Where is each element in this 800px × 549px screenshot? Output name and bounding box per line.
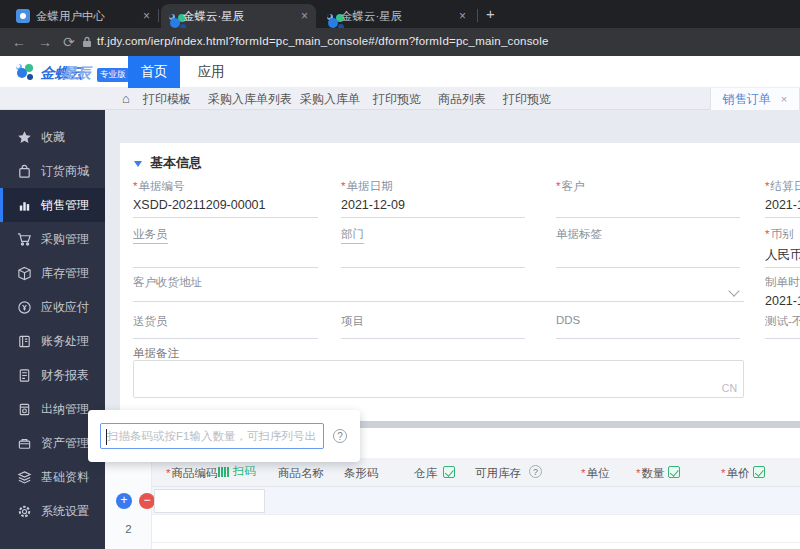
- address-bar[interactable]: tf.jdy.com/ierp/index.html?formId=pc_mai…: [97, 35, 549, 47]
- doc-tab-product-list[interactable]: 商品列表: [438, 91, 486, 108]
- scan-code-button[interactable]: 扫码: [218, 464, 256, 479]
- sidebar-item-receivable-payable[interactable]: 应收应付: [0, 290, 105, 324]
- field-underline: [341, 217, 525, 218]
- chevron-down-icon[interactable]: [728, 285, 739, 296]
- back-icon[interactable]: ←: [12, 33, 26, 51]
- deliveryman-input[interactable]: [133, 338, 318, 339]
- doc-tab-print-preview-1[interactable]: 打印预览: [373, 91, 421, 108]
- collapse-caret-icon[interactable]: [134, 161, 142, 167]
- barcode-icon: [218, 467, 230, 477]
- customer-input[interactable]: [556, 217, 740, 218]
- browser-tab-title: 金蝶云·星辰: [341, 9, 453, 24]
- help-icon[interactable]: ?: [333, 429, 347, 443]
- sidebar-item-base-data[interactable]: 基础资料: [0, 460, 105, 494]
- required-marker: *: [765, 180, 769, 192]
- col-warehouse: 仓库: [414, 466, 437, 481]
- new-tab-button[interactable]: +: [486, 5, 495, 22]
- report-icon: [17, 368, 32, 383]
- doc-tab-purchase-in[interactable]: 采购入库单: [300, 91, 360, 108]
- field-label-bill-tag: 单据标签: [556, 227, 602, 242]
- grid-header: *商品编码 扫码 商品名称 条形码 仓库 可用库存 ? *单位 *数量 *单价: [105, 458, 800, 487]
- sidebar-item-accounting[interactable]: 账务处理: [0, 324, 105, 358]
- sidebar-item-purchase[interactable]: 采购管理: [0, 222, 105, 256]
- tab-apps[interactable]: 应用: [190, 56, 232, 88]
- required-marker: *: [133, 180, 137, 192]
- field-underline: [765, 338, 800, 339]
- unit-price-checkbox-icon[interactable]: [753, 466, 765, 478]
- browser-tabstrip: 金蝶用户中心 × 金蝶云·星辰 × 金蝶云·星辰 × +: [0, 0, 800, 28]
- home-icon[interactable]: ⌂: [122, 91, 130, 106]
- close-icon[interactable]: ×: [143, 9, 150, 23]
- bill-tag-input[interactable]: [556, 267, 740, 268]
- required-marker: *: [341, 180, 345, 192]
- add-row-button[interactable]: +: [116, 493, 132, 509]
- field-label-deliveryman: 送货员: [133, 314, 168, 329]
- field-label-remark: 单据备注: [133, 346, 179, 361]
- tab-home[interactable]: 首页: [128, 56, 180, 88]
- required-marker: *: [721, 467, 725, 479]
- help-icon[interactable]: ?: [529, 465, 542, 478]
- browser-tab-3[interactable]: 金蝶云·星辰 ×: [319, 4, 474, 28]
- sidebar-item-label: 收藏: [41, 129, 65, 146]
- salesman-input[interactable]: [133, 267, 318, 268]
- sidebar-item-inventory[interactable]: 库存管理: [0, 256, 105, 290]
- close-icon[interactable]: ×: [459, 9, 466, 23]
- product-code-cell-input[interactable]: [154, 489, 265, 513]
- field-value-bill-no[interactable]: XSDD-20211209-00001: [133, 198, 266, 212]
- scan-button-label: 扫码: [233, 464, 256, 479]
- cart-icon: [17, 232, 32, 247]
- warehouse-checkbox-icon[interactable]: [443, 466, 455, 478]
- dds-input[interactable]: [556, 338, 740, 339]
- kingdee-logo-icon: [16, 64, 20, 68]
- logo-text-2: 星辰: [62, 64, 91, 83]
- field-underline: [133, 217, 318, 218]
- delete-row-button[interactable]: −: [139, 493, 155, 509]
- field-value-currency[interactable]: 人民币: [765, 247, 800, 264]
- forward-icon[interactable]: →: [38, 33, 52, 51]
- browser-tab-title: 金蝶用户中心: [36, 9, 137, 24]
- col-product-code: *商品编码: [166, 466, 217, 481]
- sidebar-item-order-mall[interactable]: 订货商城: [0, 154, 105, 188]
- address-input[interactable]: [133, 301, 744, 302]
- col-product-name: 商品名称: [278, 466, 324, 481]
- browser-tab-2[interactable]: 金蝶云·星辰 ×: [161, 4, 316, 28]
- sidebar-item-sales-active[interactable]: 销售管理: [0, 188, 105, 222]
- doc-tab-sales-order-active[interactable]: 销售订单 ×: [710, 88, 800, 110]
- field-label-currency: *币别: [765, 227, 793, 242]
- project-input[interactable]: [341, 338, 525, 339]
- grid-row-2[interactable]: [152, 515, 800, 543]
- field-value-bill-date[interactable]: 2021-12-09: [341, 198, 405, 212]
- barcode-scan-input[interactable]: [107, 424, 317, 448]
- reload-icon[interactable]: ⟳: [63, 33, 75, 51]
- sidebar-item-financial-reports[interactable]: 财务报表: [0, 358, 105, 392]
- sidebar-item-label: 基础资料: [41, 469, 89, 486]
- layers-icon: [17, 470, 32, 485]
- field-value-create-time: 2021-1: [765, 294, 800, 308]
- sidebar-item-label: 系统设置: [41, 503, 89, 520]
- field-value-settle-date[interactable]: 2021-1: [765, 198, 800, 212]
- required-marker: *: [556, 180, 560, 192]
- department-input[interactable]: [341, 267, 525, 268]
- close-icon[interactable]: ×: [781, 93, 787, 105]
- barcode-scan-popup: ?: [88, 410, 360, 462]
- cube-icon: [17, 266, 32, 281]
- quantity-checkbox-icon[interactable]: [668, 466, 680, 478]
- required-marker: *: [581, 467, 585, 479]
- kingdee-cloud-favicon: [169, 14, 173, 18]
- required-marker: *: [765, 228, 769, 240]
- close-icon[interactable]: ×: [301, 9, 308, 23]
- gear-icon: [17, 504, 32, 519]
- browser-tab-1[interactable]: 金蝶用户中心 ×: [8, 4, 158, 28]
- sidebar-item-favorites[interactable]: 收藏: [0, 120, 105, 154]
- doc-tab-print-preview-2[interactable]: 打印预览: [503, 91, 551, 108]
- sidebar-item-label: 应收应付: [41, 299, 89, 316]
- field-label-dds: DDS: [556, 314, 580, 326]
- barcode-scan-input-wrap[interactable]: [100, 423, 324, 449]
- tab-separator: [158, 9, 159, 22]
- kingdee-user-favicon: [16, 9, 30, 23]
- sidebar-item-settings[interactable]: 系统设置: [0, 494, 105, 528]
- remark-textarea[interactable]: CN: [133, 360, 744, 398]
- doc-tab-print-template[interactable]: 打印模板: [143, 91, 191, 108]
- field-underline: [765, 267, 800, 268]
- doc-tab-purchase-in-list[interactable]: 采购入库单列表: [208, 91, 292, 108]
